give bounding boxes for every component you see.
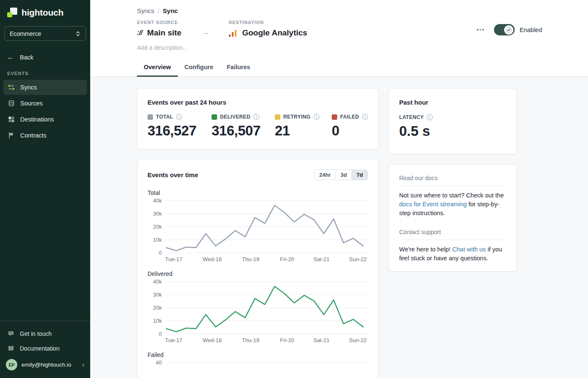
event-source-name[interactable]: Main site (147, 28, 181, 38)
chat-icon (7, 330, 14, 337)
events-24h-title: Events over past 24 hours (148, 99, 368, 106)
y-axis-tick: 20k (153, 305, 162, 311)
stat-total: TOTALⓘ316,527 (148, 114, 212, 139)
content-area: Events over past 24 hours TOTALⓘ316,527D… (90, 77, 588, 378)
x-axis-tick: Fri-20 (280, 337, 294, 343)
x-axis-tick: Sat-21 (313, 256, 329, 262)
stat-label: FAILED (340, 114, 359, 120)
x-axis-tick: Sun-22 (349, 337, 367, 343)
help-text: We're here to help! (399, 246, 452, 253)
stat-failed: FAILEDⓘ0 (332, 114, 368, 139)
y-axis-tick: 0 (159, 250, 162, 256)
stat-color-swatch (275, 114, 280, 120)
breadcrumb-syncs[interactable]: Syncs (137, 7, 154, 14)
y-axis-tick: 40k (153, 278, 162, 285)
tab-failures[interactable]: Failures (220, 59, 257, 77)
destination-label: DESTINATION (228, 20, 307, 25)
help-section-text: Not sure where to start? Check out the d… (399, 191, 506, 218)
y-axis-tick: 10k (153, 318, 162, 324)
avatar: EP (6, 359, 17, 370)
info-icon[interactable]: ⓘ (362, 114, 368, 120)
range-24hr[interactable]: 24hr (314, 170, 335, 180)
range-7d[interactable]: 7d (352, 170, 368, 180)
user-email: emily@hightouch.io (21, 362, 78, 368)
x-axis-tick: Thu-19 (242, 256, 259, 262)
brand-logo: hightouch (0, 0, 90, 24)
toggle-label: Enabled (520, 27, 542, 33)
header-controls: Enabled (475, 24, 542, 35)
sidebar-item-label: Contracts (20, 132, 46, 139)
events-over-time-title: Events over time (148, 171, 198, 178)
stat-label: TOTAL (156, 114, 173, 120)
help-text: Not sure where to start? Check out the (399, 192, 504, 199)
range-3d[interactable]: 3d (336, 170, 352, 180)
arrow-left-icon: ← (7, 54, 14, 61)
sidebar-item-syncs[interactable]: Syncs (3, 80, 87, 95)
tab-overview[interactable]: Overview (137, 59, 178, 77)
x-axis-tick: Sat-21 (313, 337, 329, 343)
stat-delivered: DELIVEREDⓘ316,507 (212, 114, 275, 139)
description-placeholder[interactable]: Add a description... (137, 44, 588, 51)
info-icon[interactable]: ⓘ (313, 114, 319, 120)
y-axis-tick: 40k (153, 197, 162, 204)
stat-value: 0 (332, 123, 368, 139)
help-card: Read our docsNot sure where to start? Ch… (389, 164, 517, 272)
sidebar-item-documentation[interactable]: Documentation (0, 341, 90, 356)
sidebar-item-get-in-touch[interactable]: Get in touch (0, 326, 90, 341)
help-section-read-our-docs: Read our docsNot sure where to start? Ch… (399, 175, 506, 218)
enabled-toggle[interactable] (494, 24, 515, 35)
more-options-button[interactable] (475, 27, 486, 33)
hightouch-logo-icon (7, 7, 18, 18)
y-axis-tick: 30k (153, 292, 162, 298)
chart-series-label: Failed (148, 351, 368, 358)
past-hour-title: Past hour (399, 99, 506, 106)
stat-value: 21 (275, 123, 332, 139)
workspace-selector[interactable]: Ecommerce (4, 26, 86, 41)
y-axis-tick: 10k (153, 237, 162, 243)
chart-failed: Failed40 (148, 351, 368, 378)
chevron-right-icon: › (82, 362, 84, 368)
chart-plot-area (166, 281, 368, 334)
sidebar-item-sources[interactable]: Sources (3, 96, 87, 111)
arrow-right-icon: → (201, 27, 209, 37)
info-icon[interactable]: ⓘ (427, 114, 432, 120)
tabs-bar: OverviewConfigureFailures (90, 59, 588, 77)
stat-color-swatch (148, 114, 153, 120)
event-source-icon: :// (137, 29, 142, 37)
sidebar-item-contracts[interactable]: Contracts (3, 128, 87, 143)
info-icon[interactable]: ⓘ (176, 114, 182, 120)
destination-name[interactable]: Google Analytics (242, 28, 307, 38)
tab-configure[interactable]: Configure (178, 59, 220, 77)
back-button[interactable]: ← Back (0, 54, 90, 61)
destination-block: DESTINATION Google Analytics (228, 20, 307, 38)
help-link[interactable]: Chat with us (452, 246, 486, 253)
stat-value: 316,527 (148, 123, 212, 139)
workspace-name: Ecommerce (10, 30, 75, 37)
sidebar-item-label: Destinations (20, 116, 54, 123)
latency-value: 0.5 s (399, 123, 506, 139)
stat-color-swatch (212, 114, 217, 120)
events-24h-card: Events over past 24 hours TOTALⓘ316,527D… (137, 88, 379, 149)
book-icon (7, 345, 14, 352)
user-menu[interactable]: EP emily@hightouch.io › (0, 356, 90, 375)
brand-name: hightouch (21, 8, 64, 18)
sidebar-item-destinations[interactable]: Destinations (3, 112, 87, 127)
y-axis-tick: 40 (156, 359, 162, 366)
x-axis-tick: Sun-22 (349, 256, 367, 262)
x-axis-tick: Fri-20 (280, 256, 294, 262)
time-range-selector: 24hr3d7d (314, 170, 368, 180)
info-icon[interactable]: ⓘ (253, 114, 259, 120)
chart-delivered: Delivered40k30k20k10k0Tue-17Wed-18Thu-19… (148, 270, 368, 344)
grid-icon (8, 116, 15, 123)
google-analytics-icon (228, 29, 237, 37)
help-link[interactable]: docs for Event streaming (399, 201, 467, 208)
stat-label: DELIVERED (220, 114, 250, 120)
stat-retrying: RETRYINGⓘ21 (275, 114, 332, 139)
breadcrumb: Syncs / Sync (137, 0, 588, 14)
x-axis-tick: Wed-18 (203, 256, 222, 262)
y-axis-tick: 0 (159, 331, 162, 337)
back-label: Back (20, 54, 33, 61)
check-icon (504, 25, 513, 35)
sidebar-nav: SyncsSourcesDestinationsContracts (0, 79, 90, 143)
stat-color-swatch (332, 114, 337, 120)
